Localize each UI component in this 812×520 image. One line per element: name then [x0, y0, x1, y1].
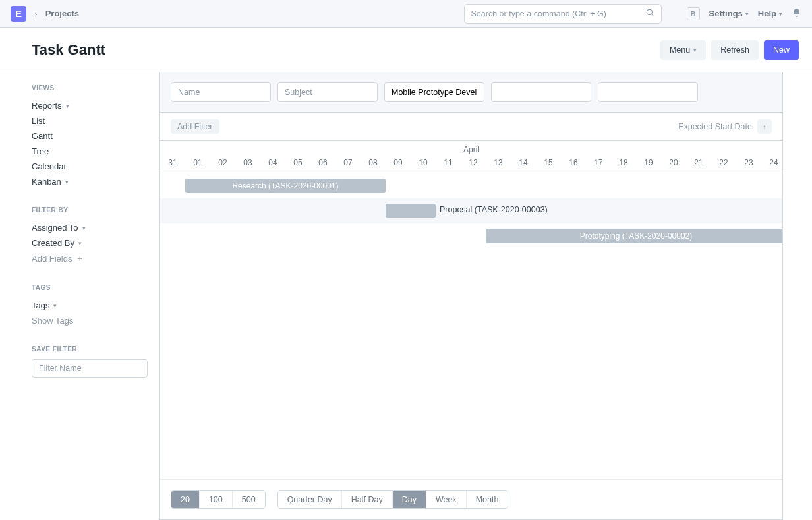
gantt-day: 05 [285, 156, 310, 173]
view-label: Calendar [32, 161, 67, 171]
view-label: Gantt [32, 131, 53, 141]
gantt-day: 17 [586, 156, 611, 173]
filterby-heading: Filter By [32, 206, 160, 214]
gantt-bar[interactable]: Research (TASK-2020-00001) [185, 179, 386, 193]
tags-label: Tags [32, 301, 49, 310]
pagesize-100[interactable]: 100 [200, 491, 233, 508]
gantt-day: 04 [260, 156, 285, 173]
gantt-day: 22 [711, 156, 736, 173]
help-menu[interactable]: Help ▾ [758, 9, 782, 18]
view-label: Kanban [32, 177, 61, 187]
scale-half-day[interactable]: Half Day [342, 491, 393, 508]
filter-name[interactable] [171, 82, 271, 102]
gantt-day: 01 [185, 156, 210, 173]
sidebar: Views Reports▾ListGanttTreeCalendarKanba… [0, 72, 160, 520]
gantt-day: 16 [561, 156, 586, 173]
refresh-button[interactable]: Refresh [711, 40, 759, 60]
scale-day[interactable]: Day [393, 491, 426, 508]
gantt-day: 24 [761, 156, 782, 173]
view-kanban[interactable]: Kanban▾ [32, 174, 160, 189]
tags-dropdown[interactable]: Tags ▾ [32, 298, 160, 313]
filterby-assigned-to[interactable]: Assigned To▾ [32, 220, 160, 235]
view-label: List [32, 116, 45, 126]
gantt-day: 06 [310, 156, 335, 173]
add-fields-label: Add Fields [32, 254, 72, 264]
settings-label: Settings [709, 9, 743, 18]
scale-month[interactable]: Month [467, 491, 508, 508]
gantt-row: Proposal (TASK-2020-00003) [160, 198, 782, 223]
gantt-day: 18 [611, 156, 636, 173]
gantt-bar[interactable] [386, 204, 436, 218]
new-button[interactable]: New [764, 40, 799, 60]
filter-name-input[interactable] [32, 359, 148, 378]
filterby-label: Assigned To [32, 223, 78, 233]
gantt-month-label: April [160, 141, 782, 156]
sort-label[interactable]: Expected Start Date [678, 122, 752, 131]
settings-menu[interactable]: Settings ▾ [709, 9, 749, 18]
sort-asc-icon[interactable]: ↑ [757, 119, 772, 134]
caret-down-icon: ▾ [53, 303, 57, 309]
filterby-created-by[interactable]: Created By▾ [32, 235, 160, 250]
svg-point-0 [647, 9, 652, 14]
filter-subject[interactable] [277, 82, 378, 102]
pagesize-20[interactable]: 20 [171, 491, 200, 508]
caret-down-icon: ▾ [82, 225, 86, 231]
view-label: Tree [32, 146, 49, 156]
gantt-day: 10 [411, 156, 436, 173]
gantt-row: Research (TASK-2020-00001) [160, 173, 782, 198]
gantt-day: 09 [386, 156, 411, 173]
bell-icon[interactable] [792, 8, 801, 20]
filterby-label: Created By [32, 238, 74, 248]
main-panel: Add Filter Expected Start Date ↑ April 3… [160, 72, 783, 520]
view-reports[interactable]: Reports▾ [32, 98, 160, 113]
menu-label: Menu [670, 45, 690, 55]
gantt-day: 15 [536, 156, 561, 173]
scale-toggle: Quarter DayHalf DayDayWeekMonth [277, 490, 509, 509]
gantt-row: Prototyping (TASK-2020-00002) [160, 223, 782, 248]
filter-row [160, 72, 782, 113]
gantt-day: 08 [361, 156, 386, 173]
gantt-day: 02 [210, 156, 235, 173]
gantt-day: 13 [486, 156, 511, 173]
filter-4[interactable] [491, 82, 591, 102]
gantt-day: 03 [235, 156, 260, 173]
filter-project[interactable] [384, 82, 484, 102]
scale-week[interactable]: Week [426, 491, 467, 508]
show-tags[interactable]: Show Tags [32, 313, 160, 328]
user-avatar[interactable]: B [687, 7, 700, 20]
search-box[interactable] [464, 4, 662, 24]
pagesize-500[interactable]: 500 [233, 491, 265, 508]
svg-line-1 [651, 14, 653, 16]
gantt-day: 21 [686, 156, 711, 173]
view-calendar[interactable]: Calendar [32, 159, 160, 174]
gantt-day: 07 [335, 156, 361, 173]
plus-icon: ＋ [76, 253, 84, 264]
gantt-day: 31 [160, 156, 185, 173]
view-gantt[interactable]: Gantt [32, 129, 160, 144]
gantt-rows: Research (TASK-2020-00001)Proposal (TASK… [160, 173, 782, 248]
gantt-bar[interactable]: Prototyping (TASK-2020-00002) [486, 229, 782, 243]
add-fields[interactable]: Add Fields ＋ [32, 250, 160, 267]
views-heading: Views [32, 84, 160, 92]
view-tree[interactable]: Tree [32, 144, 160, 159]
caret-down-icon: ▾ [66, 103, 69, 109]
gantt-day: 11 [436, 156, 461, 173]
gantt-bar-label: Proposal (TASK-2020-00003) [440, 205, 548, 214]
breadcrumb[interactable]: Projects [45, 9, 79, 18]
page-size-toggle: 20100500 [171, 490, 266, 509]
page-header: Task Gantt Menu ▾ Refresh New [0, 28, 812, 72]
view-list[interactable]: List [32, 113, 160, 129]
scale-quarter-day[interactable]: Quarter Day [278, 491, 342, 508]
caret-down-icon: ▾ [78, 240, 82, 246]
brand-logo[interactable]: E [11, 6, 26, 22]
menu-button[interactable]: Menu ▾ [660, 40, 706, 60]
page-title: Task Gantt [32, 42, 105, 59]
filter-row-2: Add Filter Expected Start Date ↑ [160, 113, 782, 141]
savefilter-heading: Save Filter [32, 345, 160, 353]
caret-down-icon: ▾ [779, 11, 782, 17]
caret-down-icon: ▾ [745, 11, 749, 17]
search-input[interactable] [471, 9, 645, 18]
filter-5[interactable] [598, 82, 698, 102]
view-label: Reports [32, 101, 62, 111]
add-filter-button[interactable]: Add Filter [171, 119, 219, 134]
